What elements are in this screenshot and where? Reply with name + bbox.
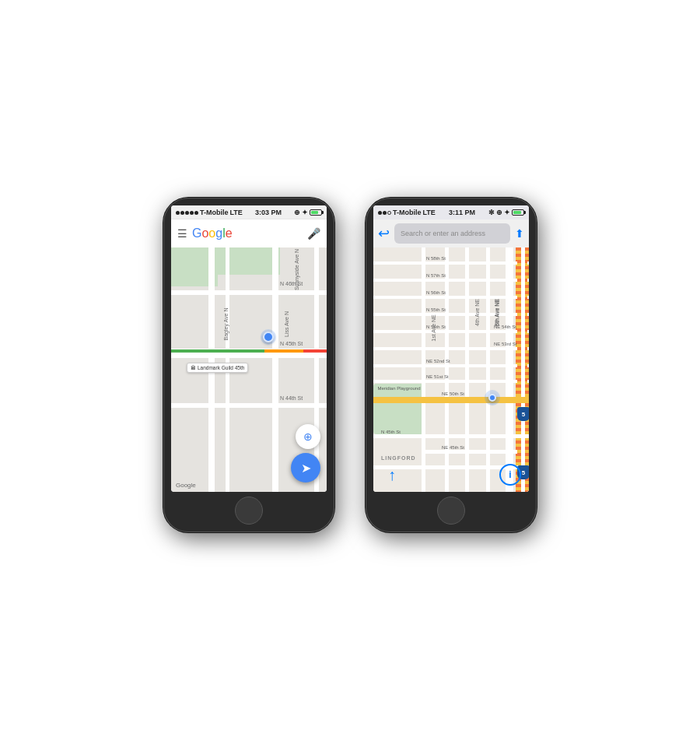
ne50-label: NE 50th St bbox=[442, 391, 464, 396]
ne51-road bbox=[373, 380, 517, 383]
info-icon: i bbox=[509, 469, 511, 480]
phone-1-screen: T-Mobile LTE 3:03 PM ⊕ ✦ ☰ Google 🎤 bbox=[171, 205, 327, 492]
status-right-1: ⊕ ✦ bbox=[294, 209, 322, 216]
i5-badge-1: 5 bbox=[517, 407, 529, 421]
v-road-2 bbox=[445, 247, 449, 492]
ne51-road-r bbox=[527, 380, 529, 383]
status-left-1: T-Mobile LTE bbox=[176, 209, 243, 216]
n56-road-r bbox=[527, 296, 529, 299]
n57-road bbox=[373, 279, 517, 282]
google-watermark: Google bbox=[176, 482, 196, 489]
compass-button[interactable]: ⊕ bbox=[296, 424, 320, 449]
ne52-label: NE 52nd St bbox=[426, 359, 450, 363]
n45-road2 bbox=[373, 434, 529, 438]
ne52-road bbox=[373, 364, 517, 367]
share-icon[interactable]: ⬆ bbox=[515, 227, 524, 240]
v-road-1 bbox=[422, 247, 425, 492]
n58-label: N 58th St bbox=[426, 256, 446, 261]
v-road-4 bbox=[486, 247, 490, 492]
location-dot-2 bbox=[488, 394, 496, 402]
hamburger-icon[interactable]: ☰ bbox=[177, 227, 187, 240]
info-button[interactable]: i bbox=[499, 464, 521, 486]
signal-dot-2 bbox=[387, 211, 391, 215]
status-right-2: ✼ ⊕ ✦ bbox=[488, 209, 524, 216]
i5-label-1: 5 bbox=[522, 411, 525, 418]
signal-dot bbox=[190, 211, 194, 215]
home-button-2[interactable] bbox=[437, 497, 465, 525]
phone-2: T-Mobile LTE 3:11 PM ✼ ⊕ ✦ ↩ Search or e… bbox=[366, 198, 537, 532]
network-type-2: LTE bbox=[423, 209, 436, 216]
location-button[interactable]: ↑ bbox=[381, 464, 403, 486]
liss-ave-road bbox=[272, 247, 278, 492]
ne51-label: NE 51st St bbox=[426, 374, 449, 379]
n57-label: N 57th St bbox=[426, 273, 446, 278]
back-arrow-icon[interactable]: ↩ bbox=[378, 225, 390, 242]
n57-road-r bbox=[527, 279, 529, 282]
battery-1 bbox=[310, 209, 322, 216]
bagley-label: Bagley Ave N bbox=[223, 308, 229, 341]
signal-dot bbox=[194, 211, 198, 215]
ne45-label: NE 45th St bbox=[442, 445, 464, 450]
landmark-icon: 🏛 bbox=[191, 365, 196, 370]
location-dot-1 bbox=[263, 332, 274, 342]
right-road-2 bbox=[521, 247, 525, 492]
google-logo: Google bbox=[192, 226, 303, 240]
lingford-label: LINGFORD bbox=[381, 455, 416, 461]
n58-road-r bbox=[527, 261, 529, 265]
map-2[interactable]: Meridian Playground bbox=[373, 247, 529, 492]
search-placeholder: Search or enter an address bbox=[401, 230, 485, 237]
n56-label: N 56th St bbox=[426, 290, 446, 295]
status-bar-2: T-Mobile LTE 3:11 PM ✼ ⊕ ✦ bbox=[373, 205, 529, 219]
map-1[interactable]: Sunnyside Ave N Bagley Ave N Liss Ave N … bbox=[171, 247, 327, 492]
phone-1: T-Mobile LTE 3:03 PM ⊕ ✦ ☰ Google 🎤 bbox=[163, 198, 334, 532]
n55-label: N 55th St bbox=[426, 307, 446, 312]
traffic-red bbox=[303, 349, 327, 353]
landmark-label: 🏛 Landmark Guild 45th bbox=[187, 363, 248, 373]
carrier-2: T-Mobile bbox=[393, 209, 422, 216]
ne53-road bbox=[373, 347, 517, 350]
ne52-road-r bbox=[527, 364, 529, 367]
location-arrow-icon: ↑ bbox=[388, 466, 396, 484]
bluetooth-icon-1: ✦ bbox=[302, 209, 308, 216]
navigate-button[interactable]: ➤ bbox=[291, 453, 320, 483]
n55-road-r bbox=[527, 313, 529, 316]
n54-road-r bbox=[527, 330, 529, 333]
battery-fill-1 bbox=[311, 211, 318, 214]
brightness-icon: ✼ bbox=[488, 209, 495, 216]
ne53-label: NE 53rd St bbox=[494, 342, 516, 346]
landmark-text: Landmark Guild 45th bbox=[198, 365, 244, 370]
home-button-1[interactable] bbox=[235, 497, 263, 525]
n58-road bbox=[373, 261, 517, 265]
wifi-icon-1: ⊕ bbox=[294, 209, 300, 216]
time-1: 3:03 PM bbox=[255, 209, 282, 216]
search-field[interactable]: Search or enter an address bbox=[394, 223, 510, 244]
carrier-1: T-Mobile bbox=[200, 209, 229, 216]
network-type-1: LTE bbox=[230, 209, 243, 216]
signal-dot-2 bbox=[383, 211, 387, 215]
status-bar-1: T-Mobile LTE 3:03 PM ⊕ ✦ bbox=[171, 205, 327, 219]
battery-2 bbox=[512, 209, 524, 216]
maps-search-bar[interactable]: ☰ Google 🎤 bbox=[171, 219, 327, 247]
n44-label: N 44th St bbox=[280, 395, 303, 401]
ne50-arterial bbox=[373, 397, 529, 403]
mic-icon[interactable]: 🎤 bbox=[307, 227, 320, 240]
signal-dot bbox=[185, 211, 189, 215]
meridian-label: Meridian Playground bbox=[376, 386, 422, 391]
8thave-label: 8th Ave NE bbox=[494, 299, 499, 326]
n54-road bbox=[373, 330, 517, 333]
mid-v-road2 bbox=[315, 247, 319, 492]
signal-dots-1 bbox=[176, 211, 198, 215]
ne45-road bbox=[424, 450, 517, 454]
n45-label: N 45th St bbox=[280, 341, 303, 346]
liss-label: Liss Ave N bbox=[284, 311, 289, 337]
signal-dots-2 bbox=[378, 211, 391, 215]
n44st-road bbox=[171, 403, 327, 408]
time-2: 3:11 PM bbox=[449, 209, 475, 216]
i5-label-2: 5 bbox=[522, 469, 525, 476]
n46-label: N 46th St bbox=[280, 281, 303, 286]
status-left-2: T-Mobile LTE bbox=[378, 209, 436, 216]
traffic-green bbox=[171, 349, 264, 353]
ne53-road-r bbox=[527, 347, 529, 350]
phone-2-screen: T-Mobile LTE 3:11 PM ✼ ⊕ ✦ ↩ Search or e… bbox=[373, 205, 529, 492]
4thave-label: 4th Ave NE bbox=[474, 299, 480, 326]
